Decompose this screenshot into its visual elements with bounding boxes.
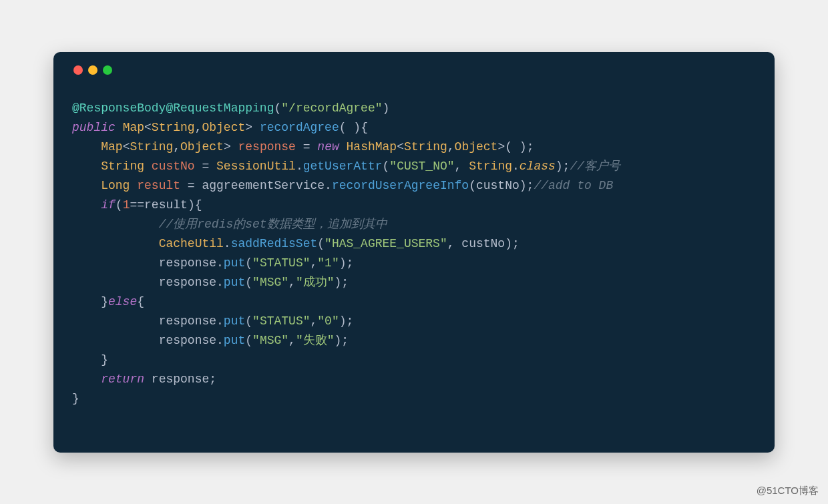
minimize-icon[interactable] bbox=[88, 65, 97, 75]
code-window: @ResponseBody@RequestMapping("/recordAgr… bbox=[53, 52, 775, 453]
annotation-requestmapping: @RequestMapping bbox=[166, 101, 274, 115]
method-recordagree: recordAgree bbox=[260, 121, 339, 134]
watermark: @51CTO博客 bbox=[757, 485, 819, 497]
window-controls bbox=[73, 65, 756, 75]
zoom-icon[interactable] bbox=[103, 65, 112, 75]
close-icon[interactable] bbox=[73, 65, 83, 75]
code-block: @ResponseBody@RequestMapping("/recordAgr… bbox=[72, 99, 756, 409]
annotation-responsebody: @ResponseBody bbox=[72, 101, 166, 115]
